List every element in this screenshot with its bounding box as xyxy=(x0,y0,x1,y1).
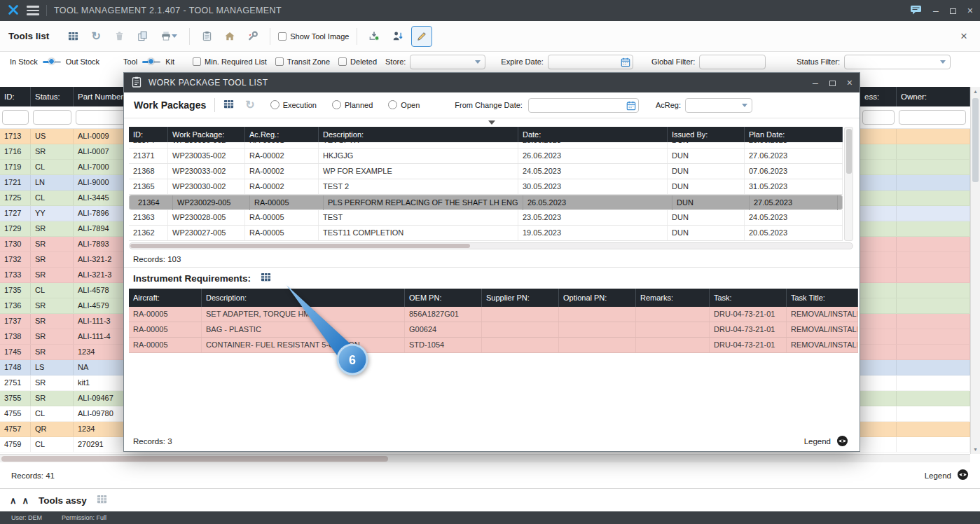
checkbox-icon[interactable] xyxy=(278,32,287,41)
stock-range-slider[interactable] xyxy=(43,57,61,66)
legend-eye-icon[interactable] xyxy=(957,469,969,482)
column-header-remarks[interactable]: Remarks: xyxy=(636,289,710,307)
column-header-owner[interactable]: Owner: xyxy=(897,87,970,106)
radio-planned[interactable]: Planned xyxy=(332,100,388,110)
table-row[interactable]: 21371WP230035-002RA-00002HKJGJG26.06.202… xyxy=(129,149,843,164)
table-row[interactable]: 21362WP230027-005RA-00005TEST11 COMPLETI… xyxy=(129,226,843,241)
messages-icon[interactable] xyxy=(910,4,922,18)
column-header-id[interactable]: ID: xyxy=(0,87,31,106)
print-dropdown-caret-icon[interactable] xyxy=(172,34,177,38)
table-row[interactable]: 21365WP230030-002RA-00002TEST 230.05.202… xyxy=(129,179,843,195)
work-packages-header: Work Packages ↻ Execution Planned Open F… xyxy=(124,92,860,118)
scroll-thumb[interactable] xyxy=(1,456,388,462)
scroll-thumb[interactable] xyxy=(130,244,470,248)
table-row[interactable]: 21364WP230029-005RA-00005PLS PERFORM REP… xyxy=(129,195,843,210)
column-header-plan-date[interactable]: Plan Date: xyxy=(745,127,843,142)
column-header-task-title[interactable]: Task Title: xyxy=(787,289,858,307)
tools-list-title: Tools list xyxy=(8,31,49,41)
global-filter-input[interactable] xyxy=(699,55,766,69)
kit-label: Kit xyxy=(165,57,174,66)
column-header-oem-pn[interactable]: OEM PN: xyxy=(405,289,482,307)
menu-icon[interactable] xyxy=(27,6,39,15)
wp-horizontal-scrollbar[interactable] xyxy=(129,242,853,249)
print-button[interactable] xyxy=(156,27,181,46)
refresh-icon[interactable]: ↻ xyxy=(87,27,105,46)
status-filter-input[interactable] xyxy=(33,110,71,125)
from-change-date-input[interactable] xyxy=(528,98,639,113)
column-header-work-package[interactable]: Work Package: xyxy=(168,127,245,142)
tools-assy-grid-icon[interactable] xyxy=(97,494,107,506)
expire-date-input[interactable] xyxy=(548,55,633,69)
scroll-thumb[interactable] xyxy=(846,129,852,174)
close-button[interactable]: × xyxy=(967,6,973,15)
edit-tool-button[interactable] xyxy=(411,26,432,47)
expand-up-icon[interactable]: ∧ xyxy=(22,496,29,505)
store-select[interactable] xyxy=(410,55,485,69)
column-header-description[interactable]: Description: xyxy=(202,289,405,307)
column-header-aircraft[interactable]: Aircraft: xyxy=(129,289,202,307)
column-header-optional-pn[interactable]: Optional PN: xyxy=(559,289,636,307)
min-required-checkbox[interactable]: Min. Required List xyxy=(193,57,267,66)
expand-up-icon[interactable]: ∧ xyxy=(10,496,17,505)
main-vertical-scrollbar[interactable]: ▲ ▼ xyxy=(970,87,980,454)
column-header-issued-by[interactable]: Issued By: xyxy=(668,127,745,142)
legend-eye-icon[interactable] xyxy=(836,435,848,448)
radio-execution[interactable]: Execution xyxy=(270,100,332,110)
deleted-checkbox[interactable]: Deleted xyxy=(338,57,377,66)
radio-open[interactable]: Open xyxy=(388,100,435,110)
delete-icon[interactable] xyxy=(110,27,128,46)
dialog-minimize-button[interactable]: – xyxy=(813,78,818,88)
cell-desc: TEST 2 xyxy=(319,179,518,194)
wp-refresh-icon[interactable]: ↻ xyxy=(245,99,254,111)
table-row[interactable]: 21368WP230033-002RA-00002WP FOR EXAMPLE2… xyxy=(129,164,843,179)
ess-filter-input[interactable] xyxy=(862,110,895,125)
table-row[interactable]: RA-00005SET ADAPTER, TORQUE HMU856A1827G… xyxy=(129,307,858,322)
tool-change-icon[interactable] xyxy=(244,27,262,46)
cell-status: YY xyxy=(31,206,74,221)
wp-vertical-scrollbar[interactable] xyxy=(844,127,853,241)
minimize-button[interactable]: – xyxy=(933,6,939,15)
close-tools-list-icon[interactable]: × xyxy=(960,29,972,43)
import-tool-icon[interactable] xyxy=(365,27,383,46)
main-horizontal-scrollbar[interactable] xyxy=(0,454,970,462)
status-filter-select[interactable] xyxy=(844,55,951,69)
wp-grid-icon[interactable] xyxy=(223,99,234,111)
scroll-up-icon[interactable]: ▲ xyxy=(971,89,980,94)
table-row[interactable]: RA-00005BAG - PLASTICG00624DRU-04-73-21-… xyxy=(129,322,858,338)
copy-icon[interactable] xyxy=(133,27,151,46)
column-header-task[interactable]: Task: xyxy=(710,289,787,307)
transit-zone-checkbox[interactable]: Transit Zone xyxy=(275,57,330,66)
cell-id: 1733 xyxy=(0,268,31,282)
maximize-button[interactable] xyxy=(950,6,956,15)
export-grid-button[interactable] xyxy=(64,27,82,46)
dialog-maximize-button[interactable] xyxy=(829,78,836,88)
column-header-supplier-pn[interactable]: Supplier PN: xyxy=(482,289,559,307)
home-icon[interactable] xyxy=(221,27,239,46)
column-header-status[interactable]: Status: xyxy=(31,87,74,106)
table-row[interactable]: 21374WP230036-002RA-00001TEVGFYH25.06.20… xyxy=(129,142,843,149)
show-tool-image-checkbox[interactable]: Show Tool Image xyxy=(278,32,349,41)
cell-iss: DUN xyxy=(668,210,745,225)
scroll-thumb[interactable] xyxy=(972,98,979,182)
acreg-select[interactable] xyxy=(685,98,752,113)
collapse-icon[interactable] xyxy=(488,120,495,125)
table-row[interactable]: 21363WP230028-005RA-00005TEST23.05.2023D… xyxy=(129,210,843,226)
column-header-description[interactable]: Description: xyxy=(319,127,518,142)
column-header-date[interactable]: Date: xyxy=(518,127,668,142)
column-header-ess[interactable]: ess: xyxy=(860,87,897,106)
table-row[interactable]: RA-00005CONTAINER- FUEL RESISTANT 5-GALL… xyxy=(129,338,858,353)
column-header-acreg[interactable]: Ac.Reg.: xyxy=(245,127,319,142)
paste-icon[interactable] xyxy=(198,27,216,46)
scroll-down-icon[interactable]: ▼ xyxy=(971,447,980,452)
column-header-id[interactable]: ID: xyxy=(129,127,168,142)
dialog-close-button[interactable]: × xyxy=(847,78,853,88)
id-filter-input[interactable] xyxy=(2,110,29,125)
collapse-splitter[interactable] xyxy=(124,118,860,127)
ir-grid-icon[interactable] xyxy=(261,272,271,284)
assign-user-icon[interactable] xyxy=(388,27,406,46)
owner-filter-input[interactable] xyxy=(899,110,966,125)
work-packages-title: Work Packages xyxy=(134,99,206,111)
status-user: User: DEM xyxy=(11,514,42,521)
wp-table-header: ID: Work Package: Ac.Reg.: Description: … xyxy=(129,127,843,142)
tool-kit-slider[interactable] xyxy=(142,57,160,66)
